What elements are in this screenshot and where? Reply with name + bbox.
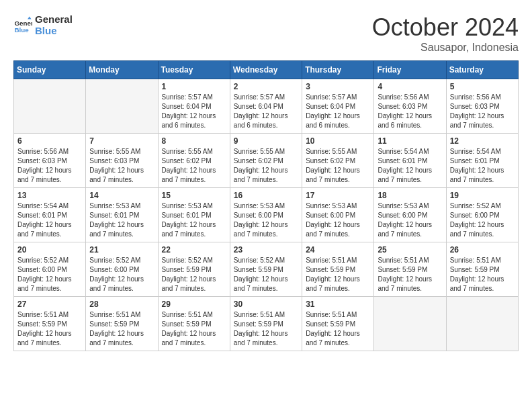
- day-detail: Sunrise: 5:53 AMSunset: 6:01 PMDaylight:…: [162, 201, 226, 239]
- day-detail: Sunrise: 5:56 AMSunset: 6:03 PMDaylight:…: [378, 93, 442, 130]
- day-cell: 22Sunrise: 5:52 AMSunset: 5:59 PMDayligh…: [158, 242, 230, 297]
- week-row-1: 1Sunrise: 5:57 AMSunset: 6:04 PMDaylight…: [14, 79, 519, 134]
- day-detail: Sunrise: 5:52 AMSunset: 6:00 PMDaylight:…: [89, 256, 154, 293]
- day-detail: Sunrise: 5:53 AMSunset: 6:00 PMDaylight:…: [234, 201, 298, 239]
- day-detail: Sunrise: 5:52 AMSunset: 6:00 PMDaylight:…: [450, 201, 515, 239]
- day-detail: Sunrise: 5:54 AMSunset: 6:01 PMDaylight:…: [17, 201, 82, 239]
- day-cell: 18Sunrise: 5:53 AMSunset: 6:00 PMDayligh…: [374, 188, 446, 242]
- day-detail: Sunrise: 5:51 AMSunset: 5:59 PMDaylight:…: [162, 310, 226, 348]
- day-number: 21: [89, 245, 154, 255]
- day-cell: 14Sunrise: 5:53 AMSunset: 6:01 PMDayligh…: [86, 188, 158, 242]
- day-cell: 12Sunrise: 5:54 AMSunset: 6:01 PMDayligh…: [446, 134, 518, 188]
- day-cell: 25Sunrise: 5:51 AMSunset: 5:59 PMDayligh…: [374, 242, 446, 297]
- col-header-tuesday: Tuesday: [158, 61, 230, 79]
- day-number: 1: [162, 82, 226, 91]
- day-number: 16: [234, 191, 298, 200]
- day-detail: Sunrise: 5:57 AMSunset: 6:04 PMDaylight:…: [306, 93, 370, 130]
- day-detail: Sunrise: 5:53 AMSunset: 6:01 PMDaylight:…: [89, 201, 154, 239]
- logo-line2: Blue: [35, 25, 73, 36]
- logo-icon: General Blue: [13, 15, 32, 34]
- day-detail: Sunrise: 5:53 AMSunset: 6:00 PMDaylight:…: [378, 201, 442, 239]
- location-subtitle: Sausapor, Indonesia: [372, 42, 519, 54]
- day-cell: 19Sunrise: 5:52 AMSunset: 6:00 PMDayligh…: [446, 188, 518, 242]
- day-cell: 1Sunrise: 5:57 AMSunset: 6:04 PMDaylight…: [158, 79, 230, 134]
- day-cell: 10Sunrise: 5:55 AMSunset: 6:02 PMDayligh…: [302, 134, 374, 188]
- day-cell: 6Sunrise: 5:56 AMSunset: 6:03 PMDaylight…: [14, 134, 86, 188]
- day-number: 12: [450, 136, 515, 146]
- day-cell: 16Sunrise: 5:53 AMSunset: 6:00 PMDayligh…: [230, 188, 302, 242]
- day-number: 29: [162, 300, 226, 309]
- day-cell: 15Sunrise: 5:53 AMSunset: 6:01 PMDayligh…: [158, 188, 230, 242]
- day-detail: Sunrise: 5:54 AMSunset: 6:01 PMDaylight:…: [378, 147, 442, 185]
- day-detail: Sunrise: 5:51 AMSunset: 5:59 PMDaylight:…: [450, 256, 515, 293]
- day-detail: Sunrise: 5:56 AMSunset: 6:03 PMDaylight:…: [450, 93, 515, 130]
- title-block: October 2024 Sausapor, Indonesia: [372, 13, 519, 54]
- day-detail: Sunrise: 5:56 AMSunset: 6:03 PMDaylight:…: [17, 147, 82, 185]
- day-number: 26: [450, 245, 515, 255]
- day-number: 10: [306, 136, 370, 146]
- day-number: 28: [89, 300, 154, 309]
- day-detail: Sunrise: 5:54 AMSunset: 6:01 PMDaylight:…: [450, 147, 515, 185]
- svg-text:Blue: Blue: [14, 26, 29, 34]
- col-header-sunday: Sunday: [14, 61, 86, 79]
- month-title: October 2024: [372, 13, 519, 42]
- day-number: 20: [17, 245, 82, 255]
- day-number: 22: [162, 245, 226, 255]
- logo: General Blue General Blue: [13, 13, 73, 36]
- day-detail: Sunrise: 5:52 AMSunset: 5:59 PMDaylight:…: [234, 256, 298, 293]
- day-number: 6: [17, 136, 82, 146]
- day-number: 27: [17, 300, 82, 309]
- day-cell: 21Sunrise: 5:52 AMSunset: 6:00 PMDayligh…: [86, 242, 158, 297]
- day-number: 7: [89, 136, 154, 146]
- day-cell: 24Sunrise: 5:51 AMSunset: 5:59 PMDayligh…: [302, 242, 374, 297]
- day-number: 11: [378, 136, 442, 146]
- day-cell: 23Sunrise: 5:52 AMSunset: 5:59 PMDayligh…: [230, 242, 302, 297]
- header-row: SundayMondayTuesdayWednesdayThursdayFrid…: [14, 61, 519, 79]
- day-detail: Sunrise: 5:55 AMSunset: 6:02 PMDaylight:…: [234, 147, 298, 185]
- week-row-5: 27Sunrise: 5:51 AMSunset: 5:59 PMDayligh…: [14, 297, 519, 351]
- day-number: 8: [162, 136, 226, 146]
- day-cell: [14, 79, 86, 134]
- col-header-thursday: Thursday: [302, 61, 374, 79]
- day-cell: 9Sunrise: 5:55 AMSunset: 6:02 PMDaylight…: [230, 134, 302, 188]
- day-cell: [86, 79, 158, 134]
- day-cell: 13Sunrise: 5:54 AMSunset: 6:01 PMDayligh…: [14, 188, 86, 242]
- day-number: 24: [306, 245, 370, 255]
- day-detail: Sunrise: 5:51 AMSunset: 5:59 PMDaylight:…: [17, 310, 82, 348]
- day-detail: Sunrise: 5:52 AMSunset: 6:00 PMDaylight:…: [17, 256, 82, 293]
- week-row-2: 6Sunrise: 5:56 AMSunset: 6:03 PMDaylight…: [14, 134, 519, 188]
- day-cell: 17Sunrise: 5:53 AMSunset: 6:00 PMDayligh…: [302, 188, 374, 242]
- col-header-wednesday: Wednesday: [230, 61, 302, 79]
- day-cell: 31Sunrise: 5:51 AMSunset: 5:59 PMDayligh…: [302, 297, 374, 351]
- day-number: 13: [17, 191, 82, 200]
- day-detail: Sunrise: 5:57 AMSunset: 6:04 PMDaylight:…: [234, 93, 298, 130]
- day-cell: 29Sunrise: 5:51 AMSunset: 5:59 PMDayligh…: [158, 297, 230, 351]
- week-row-4: 20Sunrise: 5:52 AMSunset: 6:00 PMDayligh…: [14, 242, 519, 297]
- day-cell: 5Sunrise: 5:56 AMSunset: 6:03 PMDaylight…: [446, 79, 518, 134]
- day-number: 18: [378, 191, 442, 200]
- day-cell: 2Sunrise: 5:57 AMSunset: 6:04 PMDaylight…: [230, 79, 302, 134]
- day-number: 3: [306, 82, 370, 91]
- day-number: 9: [234, 136, 298, 146]
- week-row-3: 13Sunrise: 5:54 AMSunset: 6:01 PMDayligh…: [14, 188, 519, 242]
- day-detail: Sunrise: 5:52 AMSunset: 5:59 PMDaylight:…: [162, 256, 226, 293]
- day-number: 2: [234, 82, 298, 91]
- day-cell: 7Sunrise: 5:55 AMSunset: 6:03 PMDaylight…: [86, 134, 158, 188]
- day-cell: 3Sunrise: 5:57 AMSunset: 6:04 PMDaylight…: [302, 79, 374, 134]
- col-header-saturday: Saturday: [446, 61, 518, 79]
- day-number: 25: [378, 245, 442, 255]
- day-detail: Sunrise: 5:55 AMSunset: 6:02 PMDaylight:…: [306, 147, 370, 185]
- day-number: 4: [378, 82, 442, 91]
- day-number: 17: [306, 191, 370, 200]
- col-header-friday: Friday: [374, 61, 446, 79]
- day-detail: Sunrise: 5:51 AMSunset: 5:59 PMDaylight:…: [306, 256, 370, 293]
- day-detail: Sunrise: 5:51 AMSunset: 5:59 PMDaylight:…: [89, 310, 154, 348]
- day-cell: 30Sunrise: 5:51 AMSunset: 5:59 PMDayligh…: [230, 297, 302, 351]
- page-header: General Blue General Blue October 2024 S…: [13, 13, 519, 54]
- day-cell: 4Sunrise: 5:56 AMSunset: 6:03 PMDaylight…: [374, 79, 446, 134]
- day-cell: [446, 297, 518, 351]
- day-detail: Sunrise: 5:55 AMSunset: 6:02 PMDaylight:…: [162, 147, 226, 185]
- day-detail: Sunrise: 5:57 AMSunset: 6:04 PMDaylight:…: [162, 93, 226, 130]
- svg-marker-2: [28, 16, 32, 19]
- day-cell: 26Sunrise: 5:51 AMSunset: 5:59 PMDayligh…: [446, 242, 518, 297]
